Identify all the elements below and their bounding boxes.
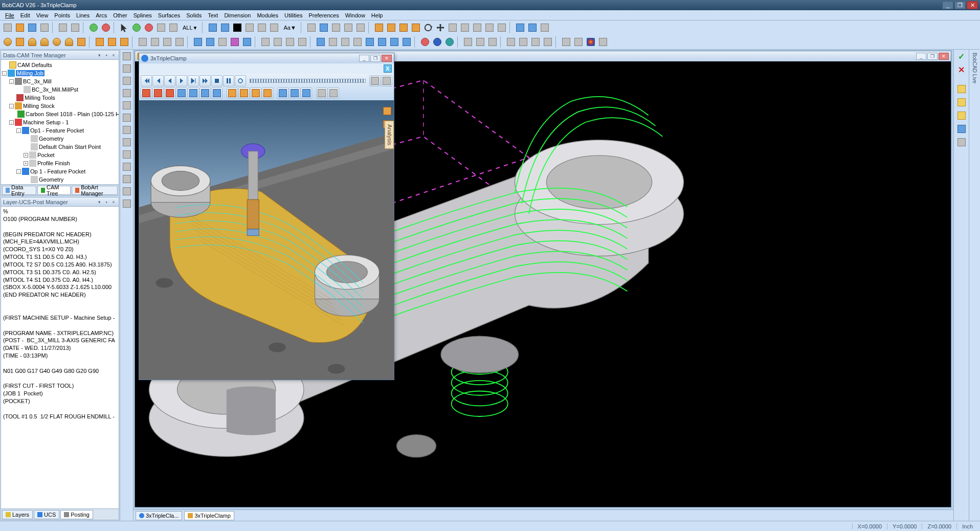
tree-carbonsteel[interactable]: Carbon Steel 1018 - Plain (100-125 HB) xyxy=(2,110,118,118)
tab-posting[interactable]: Posting xyxy=(60,510,93,519)
tab-layers[interactable]: Layers xyxy=(2,510,33,519)
vt-slot-button[interactable] xyxy=(121,173,132,185)
menu-window[interactable]: Window xyxy=(342,11,368,19)
sim-view-cube3-button[interactable] xyxy=(164,87,175,99)
dimension-button[interactable] xyxy=(318,22,329,33)
primitive-wedge-button[interactable] xyxy=(76,36,87,48)
main3d-close-button[interactable]: ✕ xyxy=(939,53,949,60)
sim-stepback-button[interactable] xyxy=(164,75,175,86)
extend-button[interactable] xyxy=(484,22,495,33)
vt-spline-button[interactable] xyxy=(121,137,132,148)
tree-machinesetup[interactable]: -Machine Setup - 1 xyxy=(2,118,118,126)
bobcad-live-tab[interactable]: BobCAD Live xyxy=(972,51,977,85)
sim-settings-button[interactable] xyxy=(381,75,392,86)
ruler-v-button[interactable] xyxy=(956,83,967,95)
viewtab-main[interactable]: 3xTripleClamp xyxy=(184,511,234,520)
vt-circle-button[interactable] xyxy=(121,100,132,111)
select-remove-button[interactable] xyxy=(143,22,154,33)
linewidth-dropdown[interactable] xyxy=(269,22,280,33)
menu-lines[interactable]: Lines xyxy=(73,11,93,19)
sim-cut4-button[interactable] xyxy=(262,87,273,99)
tree-pocket-1[interactable]: +Pocket xyxy=(2,151,118,159)
tree-millpst[interactable]: BC_3x_Mill.MillPst xyxy=(2,85,118,94)
collapse-icon[interactable]: - xyxy=(9,104,14,108)
menu-arcs[interactable]: Arcs xyxy=(93,11,110,19)
ruler-angle-button[interactable] xyxy=(956,110,967,121)
cam-tree-header[interactable]: Data-CAM Tree Manager ▾ ▪ × xyxy=(1,51,119,60)
measure-button[interactable] xyxy=(306,22,317,33)
trim-button[interactable] xyxy=(496,22,507,33)
lineweight-button[interactable] xyxy=(256,22,268,33)
sim-close-button[interactable]: ✕ xyxy=(382,55,392,62)
snap-end-button[interactable] xyxy=(373,22,385,33)
select-entity-button[interactable] xyxy=(168,22,179,33)
surface4-button[interactable] xyxy=(352,36,363,48)
tab-cam-tree[interactable]: CAM Tree xyxy=(37,186,71,195)
open-file-button[interactable] xyxy=(14,22,26,33)
panel-dropdown-icon[interactable]: ▾ xyxy=(96,52,102,58)
snap-int-button[interactable] xyxy=(410,22,421,33)
selection3-button[interactable] xyxy=(487,36,498,48)
sim-panel-close-button[interactable]: X xyxy=(384,64,392,73)
tree-profilefinish-1[interactable]: +Profile Finish xyxy=(2,159,118,167)
tree-cam-defaults[interactable]: CAM Defaults xyxy=(2,61,118,69)
sim-viewport[interactable]: Analysis xyxy=(139,100,394,380)
collapse-icon[interactable]: - xyxy=(16,128,21,133)
sim-axis-button[interactable] xyxy=(316,87,327,99)
sim-display1-button[interactable] xyxy=(277,87,288,99)
hole-button[interactable] xyxy=(355,22,366,33)
new-file-button[interactable] xyxy=(2,22,13,33)
cancel-x-button[interactable]: ✕ xyxy=(956,64,967,75)
window-maximize-button[interactable]: ❐ xyxy=(954,1,966,9)
surface1-button[interactable] xyxy=(315,36,326,48)
print-button[interactable] xyxy=(39,22,50,33)
tab-bobart[interactable]: BobArt Manager xyxy=(72,186,118,195)
ucs-button[interactable] xyxy=(260,36,271,48)
primitive-tube-button[interactable] xyxy=(63,36,75,48)
menu-text[interactable]: Text xyxy=(205,11,221,19)
view-right-button[interactable] xyxy=(162,36,173,48)
sim-stepfwd-button[interactable] xyxy=(188,75,199,86)
sim-progress-slider[interactable] xyxy=(250,79,366,83)
tree-geometry-2[interactable]: Geometry xyxy=(2,175,118,184)
sim-view-cube4-button[interactable] xyxy=(176,87,187,99)
scale-button[interactable] xyxy=(459,22,471,33)
tree-op1a[interactable]: -Op1 - Feature Pocket xyxy=(2,126,118,135)
tree-op1b[interactable]: -Op 1 - Feature Pocket xyxy=(2,167,118,175)
grid-button[interactable] xyxy=(343,22,354,33)
sweep-button[interactable] xyxy=(119,36,130,48)
sim-display2-button[interactable] xyxy=(289,87,300,99)
sim-view-cube5-button[interactable] xyxy=(188,87,199,99)
post-header[interactable]: Layer-UCS-Post Manager ▾ ▪ × xyxy=(1,197,119,207)
tree-bc3xmill[interactable]: -BC_3x_Mill xyxy=(2,77,118,85)
hidden-button[interactable] xyxy=(205,36,216,48)
tree-milling-job[interactable]: -Milling Job xyxy=(2,69,118,77)
material-teal-button[interactable] xyxy=(444,36,455,48)
tab-ucs[interactable]: UCS xyxy=(34,510,59,519)
vt-ellipse-button[interactable] xyxy=(121,186,132,197)
collapse-icon[interactable]: - xyxy=(16,169,21,174)
verify-button[interactable] xyxy=(88,22,99,33)
rotate-button[interactable] xyxy=(422,22,434,33)
extrude-button[interactable] xyxy=(94,36,105,48)
tab-data-entry[interactable]: Data Entry xyxy=(2,186,36,195)
toggle1-button[interactable] xyxy=(561,36,572,48)
view-front-button[interactable] xyxy=(149,36,161,48)
menu-view[interactable]: View xyxy=(33,11,52,19)
color-palette-button[interactable] xyxy=(585,36,596,48)
panel-close-icon[interactable]: × xyxy=(110,199,117,205)
sim-rewind-button[interactable] xyxy=(152,75,164,86)
vt-cursor-button[interactable] xyxy=(121,51,132,62)
view-top-button[interactable] xyxy=(137,36,148,48)
sim-analysis-tab[interactable]: Analysis xyxy=(385,121,394,149)
sim-minimize-button[interactable]: _ xyxy=(359,55,369,62)
menu-modules[interactable]: Modules xyxy=(254,11,281,19)
sim-titlebar[interactable]: 3xTripleClamp _ ❐ ✕ xyxy=(139,53,394,63)
collapse-icon[interactable]: - xyxy=(9,79,14,84)
primitive-cone-button[interactable] xyxy=(27,36,38,48)
mirror-button[interactable] xyxy=(447,22,458,33)
tree-geometry-1[interactable]: Geometry xyxy=(2,135,118,143)
window-minimize-button[interactable]: _ xyxy=(942,1,953,9)
pan-button[interactable] xyxy=(435,22,446,33)
menu-help[interactable]: Help xyxy=(368,11,386,19)
